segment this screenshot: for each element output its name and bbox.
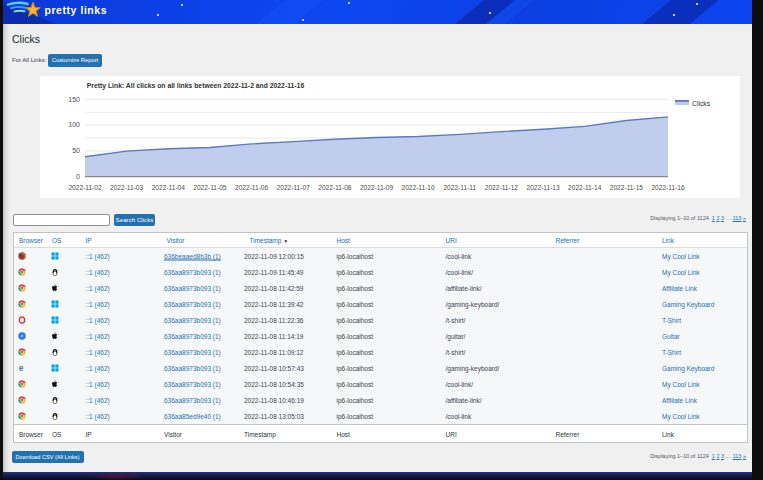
svg-text:2022-11-05: 2022-11-05 [193,184,227,191]
svg-text:2022-11-03: 2022-11-03 [110,184,144,191]
svg-text:2022-11-08: 2022-11-08 [318,184,352,191]
svg-text:150: 150 [68,96,80,103]
svg-text:e: e [18,364,23,372]
svg-text:2022-11-04: 2022-11-04 [152,184,186,191]
svg-text:0: 0 [76,173,80,180]
svg-text:2022-11-06: 2022-11-06 [235,184,269,191]
svg-text:2022-11-07: 2022-11-07 [277,184,311,191]
svg-text:2022-11-14: 2022-11-14 [568,184,602,191]
svg-text:2022-11-11: 2022-11-11 [443,184,476,191]
svg-text:2022-11-10: 2022-11-10 [401,184,435,191]
svg-text:50: 50 [72,147,80,154]
svg-text:2022-11-02: 2022-11-02 [68,184,102,191]
svg-text:100: 100 [68,121,80,128]
svg-text:Clicks: Clicks [692,100,711,107]
svg-text:2022-11-15: 2022-11-15 [610,184,644,191]
svg-text:2022-11-13: 2022-11-13 [526,184,560,191]
svg-text:2022-11-12: 2022-11-12 [485,184,519,191]
svg-text:2022-11-09: 2022-11-09 [360,184,394,191]
svg-text:2022-11-16: 2022-11-16 [651,184,685,191]
